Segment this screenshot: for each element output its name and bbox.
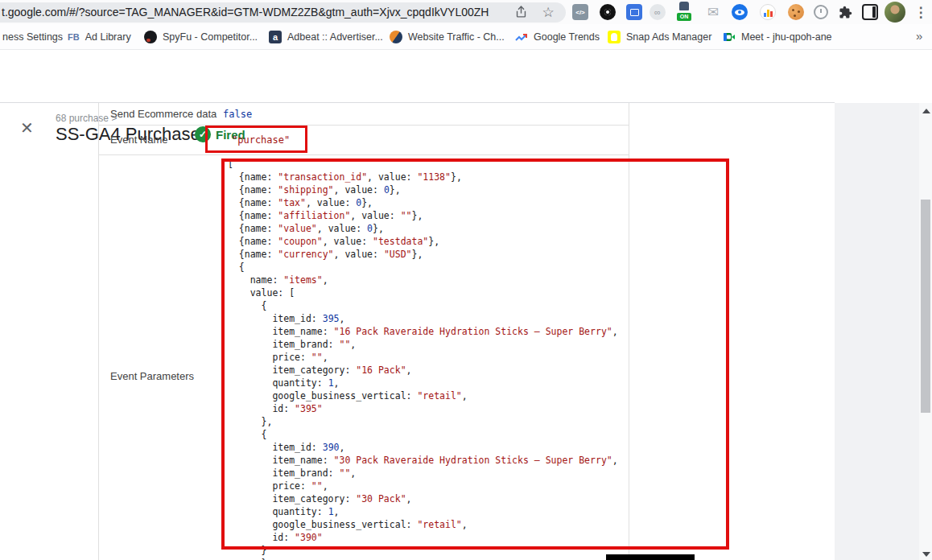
share-icon[interactable] xyxy=(512,5,530,21)
code-line: item_brand: "", xyxy=(228,338,727,351)
breadcrumb[interactable]: 68 purchase > xyxy=(56,113,117,124)
code-line: item_brand: "", xyxy=(228,467,727,480)
meet-favicon xyxy=(723,31,736,43)
extensions-puzzle-icon[interactable] xyxy=(836,3,854,21)
code-line: item_category: "30 Pack", xyxy=(228,492,727,505)
row-divider xyxy=(98,154,629,155)
bookmark-star-icon[interactable]: ☆ xyxy=(539,5,557,21)
address-bar[interactable]: t.google.com/#/?source=TAG_MANAGER&id=GT… xyxy=(0,2,566,23)
code-line: price: "", xyxy=(228,351,727,364)
profile-avatar[interactable] xyxy=(885,2,905,23)
code-line: {name: "tax", value: 0}, xyxy=(228,196,727,209)
code-line: item_id: 390, xyxy=(228,441,727,454)
row-label-send-ecommerce: Send Ecommerce data xyxy=(110,108,217,120)
code-line: { xyxy=(228,299,727,312)
url-text[interactable]: t.google.com/#/?source=TAG_MANAGER&id=GT… xyxy=(2,6,489,20)
code-line: id: "395" xyxy=(228,402,727,415)
code-line: item_id: 395, xyxy=(228,312,727,325)
code-line: { xyxy=(228,261,727,274)
code-line: item_name: "16 Pack Raveraide Hydration … xyxy=(228,325,727,338)
code-line: item_name: "30 Pack Raveraide Hydration … xyxy=(228,454,727,467)
extension-loom-icon[interactable] xyxy=(599,3,617,21)
bookmark-google-trends[interactable]: Google Trends xyxy=(515,24,600,49)
scroll-down-icon[interactable] xyxy=(922,552,930,557)
extension-on-badge-icon[interactable]: ON xyxy=(675,2,693,20)
code-line: google_business_vertical: "retail", xyxy=(228,389,727,402)
code-line: item_category: "16 Pack", xyxy=(228,364,727,377)
bookmark-adbeat[interactable]: aAdbeat :: Advertiser... xyxy=(269,24,383,49)
code-line: {name: "affiliation", value: ""}, xyxy=(228,209,727,222)
scroll-up-icon[interactable] xyxy=(922,109,930,113)
extension-link-icon[interactable]: ∞ xyxy=(649,3,666,21)
bookmarks-overflow-icon[interactable]: » xyxy=(916,29,922,43)
extension-chart-icon[interactable] xyxy=(759,3,777,21)
bookmark-spyfu[interactable]: SpyFu - Competitor... xyxy=(144,24,258,49)
row-label-event-parameters: Event Parameters xyxy=(110,370,194,382)
code-line: {name: "currency", value: "USD"}, xyxy=(228,248,727,261)
similarweb-favicon xyxy=(390,31,402,43)
event-parameters-code: [ {name: "transaction_id", value: "1138"… xyxy=(228,158,727,560)
send-ecommerce-value: false xyxy=(223,109,252,120)
code-line: name: "items", xyxy=(228,274,727,286)
bookmark-snap-ads[interactable]: Snap Ads Manager xyxy=(608,24,711,49)
browser-toolbar: t.google.com/#/?source=TAG_MANAGER&id=GT… xyxy=(0,0,932,24)
code-line: { xyxy=(228,428,727,441)
code-line: google_business_vertical: "retail", xyxy=(228,518,727,531)
side-panel-icon[interactable] xyxy=(861,3,879,21)
extension-mail-icon[interactable]: ✉ xyxy=(704,3,722,21)
code-line: price: "", xyxy=(228,480,727,492)
bookmark-fb-ad-library[interactable]: FBAd Library xyxy=(68,24,131,49)
snapchat-favicon xyxy=(608,31,621,43)
extension-eye-icon[interactable] xyxy=(731,3,748,21)
code-line: }, xyxy=(228,415,727,428)
fired-check-icon: ✓ xyxy=(195,126,211,142)
row-label-event-name: Event Name xyxy=(110,134,168,146)
row-divider xyxy=(98,125,629,126)
code-line: {name: "value", value: 0}, xyxy=(228,222,727,235)
close-icon[interactable]: ✕ xyxy=(20,118,34,138)
adbeat-favicon: a xyxy=(269,31,282,43)
extension-cookie-icon[interactable] xyxy=(787,3,805,21)
bookmark-business-settings[interactable]: ness Settings xyxy=(2,24,63,49)
bookmark-website-traffic[interactable]: Website Traffic - Ch... xyxy=(390,24,505,49)
code-line: quantity: 1, xyxy=(228,505,727,518)
fb-favicon: FB xyxy=(68,32,80,42)
extension-code-icon[interactable]: </> xyxy=(571,3,589,21)
code-line: value: [ xyxy=(228,286,727,299)
extension-tag-icon[interactable] xyxy=(625,3,643,21)
event-name-value: "purchase" xyxy=(232,134,290,146)
code-line: {name: "transaction_id", value: "1138"}, xyxy=(228,171,727,183)
browser-menu-icon[interactable]: ⋮ xyxy=(912,3,930,21)
extension-clock-icon[interactable] xyxy=(812,3,830,21)
event-detail-header: ✕ 68 purchase > SS-GA4 Purchase ✓ Fired xyxy=(0,50,932,103)
bookmarks-bar: ness Settings FBAd Library SpyFu - Compe… xyxy=(0,24,932,50)
spyfu-favicon xyxy=(144,31,157,43)
header-divider xyxy=(0,102,835,103)
screen: { "icons": { "close": "✕", "star": "☆", … xyxy=(0,0,932,560)
code-line: {name: "coupon", value: "testdata"}, xyxy=(228,235,727,248)
trends-favicon xyxy=(515,31,528,43)
code-line: quantity: 1, xyxy=(228,377,727,389)
code-line: {name: "shipping", value: 0}, xyxy=(228,183,727,196)
code-line: [ xyxy=(228,158,727,171)
bookmark-meet[interactable]: Meet - jhu-qpoh-ane xyxy=(723,24,832,49)
scrollbar-thumb[interactable] xyxy=(921,200,930,413)
table-left-border xyxy=(98,103,99,560)
code-line: id: "390" xyxy=(228,531,727,544)
right-gutter-panel xyxy=(835,103,932,560)
truncated-black-element xyxy=(606,554,695,560)
